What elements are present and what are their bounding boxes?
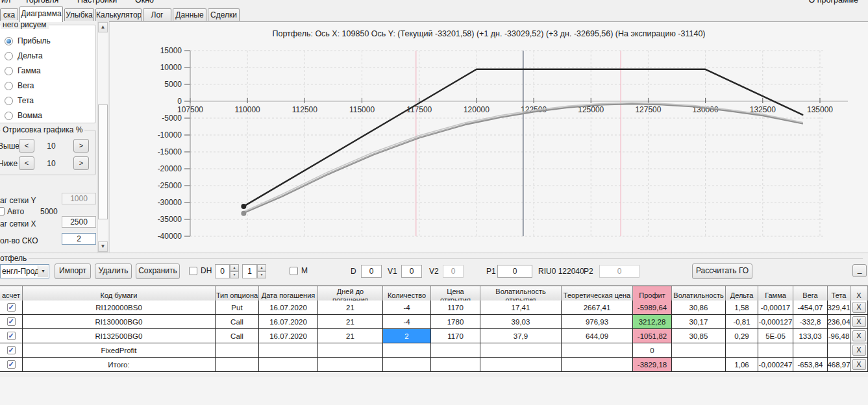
dh-step-value[interactable]: 1 [242, 264, 257, 278]
cell-r0-c9[interactable]: 30,86 [672, 301, 726, 315]
cell-r1-c5[interactable]: 1780 [431, 315, 480, 329]
cell-r1-c9[interactable]: 30,17 [672, 315, 726, 329]
cell-r2-c0[interactable]: RI132500BG0 [23, 329, 216, 343]
cell-r0-c3[interactable]: 21 [318, 301, 383, 315]
cell-r1-c6[interactable]: 39,03 [480, 315, 562, 329]
cell-r2-c6[interactable]: 37,9 [480, 329, 562, 343]
above-increase-button[interactable]: > [73, 139, 89, 153]
cell-r4-c7[interactable] [562, 358, 633, 372]
cell-r2-c12[interactable]: 133,03 [793, 329, 828, 343]
menu-item-2[interactable]: Настройки [77, 0, 117, 5]
row-checkbox[interactable]: ✓ [7, 317, 16, 326]
cell-r1-c4[interactable]: -4 [383, 315, 431, 329]
cell-r0-c2[interactable]: 16.07.2020 [259, 301, 318, 315]
cell-r3-c11[interactable] [758, 343, 793, 358]
tab-3[interactable]: Калькулятор [95, 8, 142, 21]
radio-row-0[interactable]: Прибыль [5, 36, 51, 46]
row-close-button[interactable]: X [852, 316, 866, 327]
cell-r1-c1[interactable]: Call [216, 315, 259, 329]
cell-r4-c5[interactable] [431, 358, 480, 372]
radio-icon[interactable] [5, 97, 13, 105]
cell-r4-c1[interactable] [216, 358, 259, 372]
cell-r0-c7[interactable]: 2667,41 [562, 301, 633, 315]
tab-1[interactable]: Диаграмма [19, 6, 63, 22]
cell-r0-c6[interactable]: 17,41 [480, 301, 562, 315]
above-decrease-button[interactable]: < [19, 139, 34, 153]
scroll-up-icon[interactable]: ▲ [98, 22, 108, 32]
cell-r4-c6[interactable] [480, 358, 562, 372]
cell-r1-c3[interactable]: 21 [318, 315, 383, 329]
sidebar-scrollbar[interactable]: ▲ ▼ [97, 21, 108, 252]
cell-r3-c12[interactable] [793, 343, 828, 358]
radio-row-2[interactable]: Гамма [5, 66, 41, 76]
cell-r3-c10[interactable] [726, 343, 758, 358]
row-checkbox[interactable]: ✓ [7, 303, 16, 312]
d-input[interactable]: 0 [361, 265, 382, 278]
auto-checkbox[interactable] [0, 207, 5, 215]
row-close-button[interactable]: X [852, 359, 866, 370]
row-checkbox[interactable]: ✓ [7, 346, 16, 354]
cell-r3-c8[interactable]: 0 [633, 343, 672, 358]
menu-item-0[interactable]: ил [1, 0, 10, 5]
p1-input[interactable]: 0 [497, 265, 532, 278]
scroll-down-icon[interactable]: ▼ [98, 241, 108, 252]
cell-r1-c2[interactable]: 16.07.2020 [259, 315, 318, 329]
cell-r3-c5[interactable] [431, 343, 480, 358]
cell-r2-c9[interactable]: 30,85 [672, 329, 726, 343]
cell-r3-c9[interactable] [672, 343, 726, 358]
cell-r2-c4[interactable]: 2 [383, 329, 431, 343]
chevron-down-icon[interactable]: ▼ [38, 265, 48, 277]
calc-go-button[interactable]: Рассчитать ГО [692, 264, 752, 279]
menu-item-about[interactable]: О программе [809, 0, 858, 5]
cell-r1-c10[interactable]: -0,81 [726, 315, 758, 329]
spin-up-icon[interactable]: ▲ [257, 264, 266, 271]
delete-button[interactable]: Удалить [95, 264, 132, 279]
cell-r1-c12[interactable]: -332,8 [793, 315, 828, 329]
cell-r0-c5[interactable]: 1170 [431, 301, 480, 315]
tab-5[interactable]: Данные [173, 8, 206, 21]
cell-r3-c6[interactable] [480, 343, 562, 358]
v2-input[interactable]: 0 [443, 265, 464, 278]
row-close-button[interactable]: X [852, 345, 866, 356]
cell-r3-c4[interactable] [383, 343, 431, 358]
radio-icon[interactable] [5, 52, 13, 60]
row-close-button[interactable]: X [852, 302, 866, 313]
grid-step-y-input[interactable]: 1000 [62, 193, 96, 204]
portfolio-select[interactable]: енгл-Прод ▼ [0, 264, 49, 278]
below-value[interactable]: 10 [36, 159, 67, 168]
cell-r2-c8[interactable]: -1051,82 [633, 329, 672, 343]
cell-r3-c0[interactable]: FixedProfit [23, 343, 216, 358]
cell-r3-c1[interactable] [216, 343, 259, 358]
cell-r4-c8[interactable]: -3829,18 [633, 358, 672, 372]
radio-row-3[interactable]: Вега [5, 80, 34, 91]
minimize-panel-button[interactable]: _ [852, 264, 867, 277]
cell-r0-c0[interactable]: RI120000BS0 [23, 301, 216, 315]
tab-4[interactable]: Лог [143, 8, 171, 21]
row-checkbox-cell[interactable]: ✓ [0, 343, 23, 358]
menu-item-3[interactable]: Окно [135, 0, 154, 5]
radio-icon[interactable] [5, 37, 13, 45]
cell-r0-c11[interactable]: -0,00017 [758, 301, 793, 315]
scrollbar-thumb[interactable] [98, 104, 108, 219]
row-checkbox-cell[interactable]: ✓ [0, 301, 23, 315]
radio-icon[interactable] [5, 67, 13, 75]
cell-r1-c8[interactable]: 3212,28 [633, 315, 672, 329]
radio-row-5[interactable]: Вомма [5, 110, 42, 121]
cell-r0-c1[interactable]: Put [216, 301, 259, 315]
cell-r4-c2[interactable] [259, 358, 318, 372]
cell-r0-c10[interactable]: 1,58 [726, 301, 758, 315]
dh-checkbox[interactable] [189, 267, 197, 275]
row-close-button[interactable]: X [852, 330, 866, 341]
cell-r4-c12[interactable]: -653,84 [793, 358, 828, 372]
cell-r0-c4[interactable]: -4 [383, 301, 431, 315]
cell-r3-c3[interactable] [318, 343, 383, 358]
grid-step-x-input[interactable]: 2500 [62, 216, 96, 228]
m-checkbox[interactable] [290, 267, 298, 275]
cell-r4-c9[interactable] [672, 358, 726, 372]
radio-icon[interactable] [5, 112, 13, 120]
cell-r1-c13[interactable]: 236,04 [828, 315, 850, 329]
tab-6[interactable]: Сделки [208, 8, 240, 21]
cell-r4-c11[interactable]: -0,000247 [758, 358, 793, 372]
cell-r4-c3[interactable] [318, 358, 383, 372]
row-checkbox[interactable]: ✓ [7, 332, 16, 340]
